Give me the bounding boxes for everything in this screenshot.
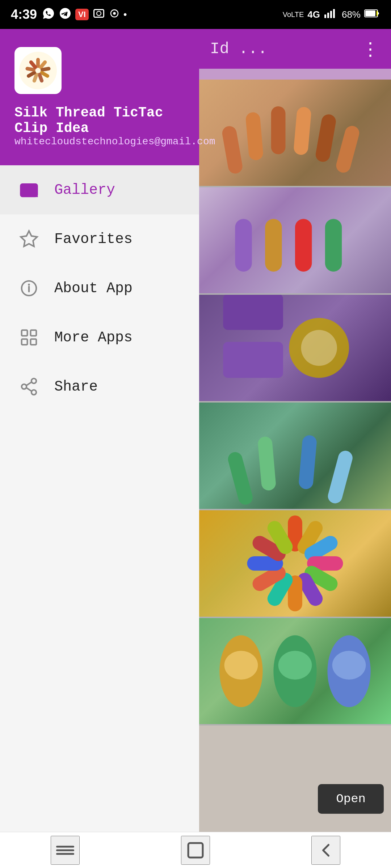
- dot-indicator: •: [123, 9, 127, 20]
- svg-point-1: [97, 11, 101, 16]
- svg-rect-49: [226, 451, 254, 506]
- svg-rect-39: [315, 113, 337, 163]
- gallery-cell-3[interactable]: [199, 295, 391, 401]
- app-name: Silk Thread TicTac Clip Idea: [14, 105, 185, 136]
- favorites-icon: [18, 228, 40, 250]
- battery-percentage: 68%: [342, 9, 361, 20]
- right-panel-title: Id ...: [210, 40, 267, 58]
- about-icon: [18, 277, 40, 299]
- main-container: Silk Thread TicTac Clip Idea whiteclouds…: [0, 29, 391, 832]
- svg-line-33: [26, 382, 31, 386]
- network-icon: 4G: [307, 9, 320, 20]
- drawer: Silk Thread TicTac Clip Idea whiteclouds…: [0, 29, 199, 832]
- vi-icon: VI: [75, 9, 89, 20]
- svg-rect-29: [31, 339, 37, 345]
- menu-item-favorites[interactable]: Favorites: [0, 214, 199, 264]
- overflow-menu-icon[interactable]: ⋮: [361, 38, 380, 59]
- gallery-cell-5[interactable]: [199, 510, 391, 617]
- svg-point-69: [278, 651, 312, 680]
- svg-point-30: [31, 379, 37, 384]
- gallery-cell-2[interactable]: [199, 187, 391, 294]
- svg-rect-27: [31, 330, 37, 336]
- gallery-icon: [18, 179, 40, 201]
- svg-point-32: [31, 390, 37, 395]
- gallery-label: Gallery: [54, 182, 115, 198]
- svg-point-3: [113, 12, 116, 15]
- bottom-nav: [0, 832, 391, 868]
- svg-rect-35: [221, 125, 244, 175]
- status-left: 4:39 VI: [11, 7, 127, 22]
- vo-lte-icon: VoLTE: [283, 10, 304, 19]
- purple-accent-bar: [199, 69, 391, 80]
- right-panel-header: Id ... ⋮: [199, 29, 391, 69]
- svg-rect-45: [223, 295, 283, 330]
- svg-rect-28: [22, 339, 28, 345]
- svg-rect-9: [365, 10, 375, 16]
- right-panel: Id ... ⋮: [199, 29, 391, 832]
- svg-rect-74: [188, 843, 203, 858]
- about-label: About App: [54, 280, 133, 297]
- svg-rect-42: [265, 219, 282, 272]
- svg-rect-26: [22, 330, 28, 336]
- svg-rect-7: [333, 9, 335, 18]
- battery-icon: [364, 8, 380, 21]
- open-button[interactable]: Open: [318, 784, 384, 814]
- svg-rect-46: [223, 342, 283, 378]
- status-icons: VI •: [42, 7, 127, 22]
- svg-rect-37: [271, 106, 286, 154]
- svg-rect-36: [245, 112, 264, 161]
- svg-rect-10: [377, 11, 378, 16]
- notification-icon: [109, 8, 120, 21]
- menu-item-more-apps[interactable]: More Apps: [0, 313, 199, 362]
- svg-point-48: [301, 330, 337, 366]
- menu-item-about[interactable]: About App: [0, 264, 199, 313]
- whatsapp-icon: [42, 7, 55, 22]
- favorites-label: Favorites: [54, 231, 133, 247]
- status-time: 4:39: [11, 7, 37, 22]
- more-apps-label: More Apps: [54, 329, 133, 346]
- telegram-icon: [59, 7, 72, 22]
- nav-back-button[interactable]: [311, 836, 340, 865]
- svg-rect-0: [94, 9, 104, 17]
- svg-rect-52: [326, 449, 354, 505]
- gallery-cell-4[interactable]: [199, 403, 391, 509]
- menu-item-share[interactable]: Share: [0, 362, 199, 411]
- svg-rect-38: [293, 106, 312, 155]
- svg-rect-43: [295, 219, 312, 272]
- svg-rect-40: [335, 124, 361, 174]
- svg-line-34: [26, 388, 31, 391]
- share-icon: [18, 376, 40, 397]
- svg-rect-44: [325, 219, 342, 272]
- more-apps-icon: [18, 327, 40, 348]
- svg-rect-6: [330, 11, 332, 18]
- svg-rect-41: [235, 219, 252, 272]
- svg-point-22: [25, 187, 27, 190]
- svg-rect-50: [257, 436, 277, 491]
- app-email: whitecloudstechnologies@gmail.com: [14, 136, 185, 147]
- svg-rect-51: [298, 435, 318, 490]
- gallery-cell-1[interactable]: [199, 80, 391, 186]
- svg-point-68: [224, 651, 258, 680]
- nav-menu-button[interactable]: [51, 836, 80, 865]
- drawer-menu: Gallery Favorites: [0, 165, 199, 832]
- share-label: Share: [54, 379, 98, 395]
- svg-rect-4: [324, 14, 326, 18]
- menu-item-gallery[interactable]: Gallery: [0, 165, 199, 214]
- svg-point-25: [28, 284, 30, 285]
- signal-icon: [324, 8, 338, 21]
- nav-home-button[interactable]: [181, 836, 210, 865]
- browser-icon: [92, 7, 105, 22]
- app-icon: [14, 47, 62, 94]
- svg-point-31: [22, 384, 27, 389]
- svg-point-11: [19, 52, 57, 89]
- gallery-cell-last: [199, 726, 391, 832]
- svg-rect-5: [327, 13, 329, 18]
- gallery-grid: [199, 80, 391, 832]
- drawer-header: Silk Thread TicTac Clip Idea whiteclouds…: [0, 29, 199, 165]
- svg-point-70: [332, 651, 366, 680]
- gallery-cell-6[interactable]: [199, 618, 391, 724]
- status-right: VoLTE 4G 68%: [283, 8, 380, 21]
- status-bar: 4:39 VI: [0, 0, 391, 29]
